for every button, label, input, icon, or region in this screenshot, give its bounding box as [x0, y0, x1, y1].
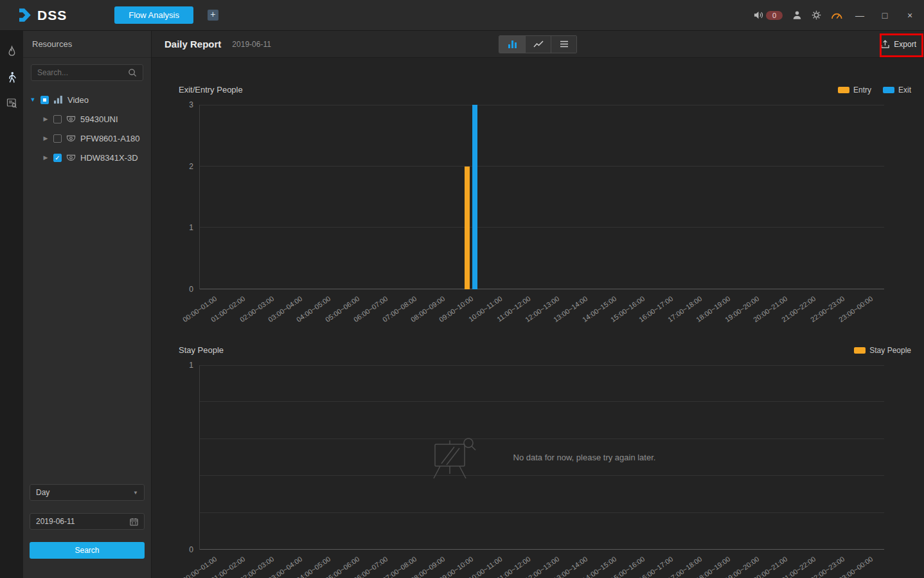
- stay-people-chart: Stay People Stay People: [152, 335, 924, 578]
- user-button[interactable]: [792, 10, 802, 20]
- report-area: Daily Report 2019-06-11: [152, 31, 924, 578]
- legend-swatch: [854, 347, 866, 354]
- category-slot: [856, 105, 884, 289]
- add-tab-button[interactable]: +: [208, 10, 218, 21]
- search-icon[interactable]: [128, 68, 137, 77]
- x-labels: 00:00~01:0001:00~02:0002:00~03:0003:00~0…: [199, 550, 884, 578]
- calendar-icon[interactable]: [130, 518, 138, 526]
- chart-type-toggle: [499, 35, 577, 53]
- search-button[interactable]: Search: [30, 542, 145, 559]
- rail-item-flow-analysis[interactable]: [0, 64, 23, 90]
- period-value: Day: [36, 488, 49, 497]
- period-select[interactable]: Day ▼: [30, 484, 145, 501]
- export-icon: [880, 40, 890, 49]
- chart-head: Stay People Stay People: [152, 335, 924, 365]
- rail-item-report[interactable]: [0, 90, 23, 116]
- line-chart-view-button[interactable]: [525, 36, 551, 53]
- resource-search[interactable]: [31, 64, 143, 81]
- category-slot: [827, 105, 855, 289]
- chart-legend: EntryExit: [838, 86, 911, 95]
- legend-label: Exit: [898, 86, 911, 95]
- maximize-button[interactable]: □: [877, 10, 893, 21]
- y-tick-label: 0: [189, 546, 193, 554]
- query-controls: Day ▼ 2019-06-11 Search: [23, 484, 151, 578]
- chart-title: Exit/Entry People: [179, 85, 243, 95]
- tree-item-video[interactable]: ▼ Video: [23, 90, 151, 109]
- video-group-icon: [53, 95, 63, 104]
- resources-panel: Resources ▼: [23, 31, 152, 578]
- collapse-arrow-icon[interactable]: ▶: [42, 135, 49, 141]
- legend-item[interactable]: Exit: [883, 86, 911, 95]
- tree-item-HDW8341X-3D[interactable]: ▶✓HDW8341X-3D: [23, 148, 151, 167]
- list-icon: [560, 41, 569, 48]
- legend-swatch: [838, 87, 849, 93]
- y-tick-label: 3: [189, 101, 193, 109]
- export-button[interactable]: Export: [880, 40, 916, 49]
- category-slot: [770, 105, 799, 289]
- expand-arrow-icon[interactable]: ▼: [30, 96, 36, 103]
- tab-flow-analysis[interactable]: Flow Analysis: [114, 6, 193, 24]
- resource-tree: ▼ Video ▶59430UNI▶PFW8601-A180▶✓HDW8341X…: [23, 84, 151, 484]
- tree-item-label: Video: [67, 95, 89, 105]
- category-slot: [257, 105, 285, 289]
- tree-item-label: PFW8601-A180: [80, 134, 140, 143]
- line-chart-icon: [533, 41, 544, 48]
- category-slot: [285, 105, 314, 289]
- checkbox[interactable]: [53, 115, 62, 123]
- video-checkbox[interactable]: [40, 96, 49, 104]
- category-slot: [400, 105, 428, 289]
- bars-layer: [200, 105, 884, 289]
- tree-item-label: 59430UNI: [80, 114, 118, 124]
- category-slot: [200, 105, 228, 289]
- category-slot: [799, 105, 827, 289]
- gauge-icon: [831, 11, 842, 19]
- x-labels: 00:00~01:0001:00~02:0002:00~03:0003:00~0…: [199, 289, 884, 335]
- resources-title: Resources: [32, 39, 72, 49]
- report-date: 2019-06-11: [232, 40, 271, 49]
- indeterminate-mark: [43, 98, 46, 102]
- y-tick-label: 2: [189, 163, 193, 170]
- tree-item-59430UNI[interactable]: ▶59430UNI: [23, 109, 151, 129]
- close-button[interactable]: ×: [902, 10, 918, 21]
- resources-header: Resources: [23, 31, 151, 58]
- category-slot: [428, 105, 456, 289]
- exit-entry-chart: Exit/Entry People EntryExit 0123 00:00~0…: [152, 75, 924, 335]
- category-slot: [599, 105, 627, 289]
- legend-swatch: [883, 87, 894, 93]
- date-input[interactable]: 2019-06-11: [30, 513, 145, 530]
- bar-chart-view-button[interactable]: [499, 36, 525, 53]
- minimize-button[interactable]: —: [852, 10, 867, 21]
- titlebar-actions: 0 — □ ×: [753, 10, 924, 21]
- category-slot: [684, 105, 713, 289]
- settings-button[interactable]: [812, 10, 821, 20]
- collapse-arrow-icon[interactable]: ▶: [42, 116, 49, 122]
- legend-item[interactable]: Stay People: [854, 346, 911, 355]
- chart-plot: No data for now, please try again later.…: [199, 365, 884, 550]
- user-icon: [792, 10, 802, 20]
- list-view-button[interactable]: [551, 36, 576, 53]
- collapse-arrow-icon[interactable]: ▶: [42, 154, 49, 161]
- checkbox[interactable]: [53, 134, 62, 143]
- chart-plot: 0123: [199, 105, 884, 289]
- performance-gauge-button[interactable]: [831, 11, 842, 19]
- rail-item-heatmap[interactable]: [0, 39, 23, 64]
- tree-item-PFW8601-A180[interactable]: ▶PFW8601-A180: [23, 129, 151, 148]
- category-slot: [513, 105, 542, 289]
- chart-head: Exit/Entry People EntryExit: [152, 75, 924, 105]
- camera-icon: [66, 115, 76, 123]
- category-slot: [485, 105, 513, 289]
- report-title: Daily Report: [164, 39, 221, 50]
- category-slot: [314, 105, 342, 289]
- no-data-icon: [429, 435, 477, 480]
- walking-person-icon: [6, 71, 17, 84]
- checkbox[interactable]: ✓: [53, 154, 62, 162]
- date-value: 2019-06-11: [36, 517, 75, 526]
- category-slot: [342, 105, 371, 289]
- chart-title: Stay People: [179, 345, 224, 355]
- chevron-down-icon: ▼: [133, 490, 138, 496]
- flame-icon: [6, 46, 17, 58]
- alarm-sound-button[interactable]: 0: [753, 10, 783, 20]
- legend-item[interactable]: Entry: [838, 86, 871, 95]
- search-input[interactable]: [37, 68, 124, 77]
- dss-window: DSS Flow Analysis + 0: [0, 0, 924, 578]
